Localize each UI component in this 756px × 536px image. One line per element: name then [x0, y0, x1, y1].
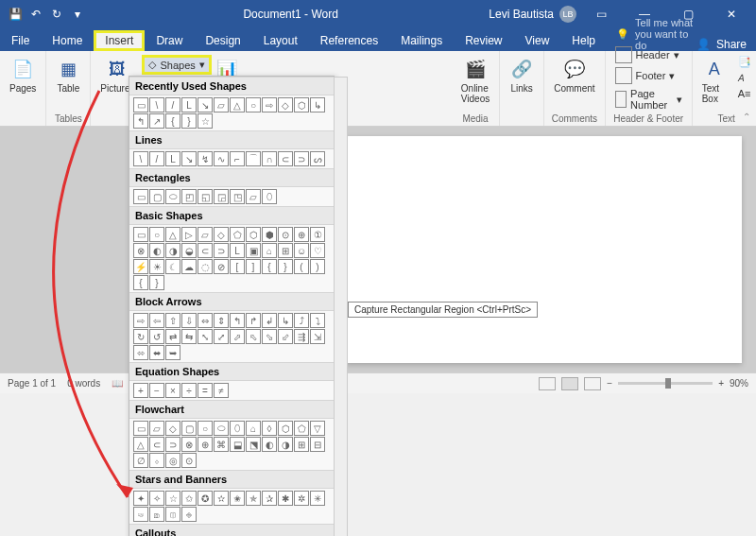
- shape-item[interactable]: ]: [246, 259, 261, 274]
- zoom-in-button[interactable]: +: [718, 378, 724, 389]
- shape-item[interactable]: ⬢: [262, 227, 277, 242]
- shape-item[interactable]: ▱: [214, 97, 229, 112]
- save-icon[interactable]: 💾: [6, 5, 25, 24]
- tab-review[interactable]: Review: [454, 30, 513, 51]
- shape-item[interactable]: /: [149, 151, 164, 166]
- shape-item[interactable]: ⬔: [246, 437, 261, 452]
- shape-item[interactable]: ⎃: [133, 507, 148, 522]
- shape-item[interactable]: ⊂: [198, 243, 213, 258]
- shape-item[interactable]: ▣: [246, 243, 261, 258]
- shape-item[interactable]: =: [198, 383, 213, 398]
- header-button[interactable]: Header ▾: [611, 45, 686, 64]
- shape-item[interactable]: ⊂: [149, 437, 164, 452]
- shape-item[interactable]: ◇: [165, 421, 180, 436]
- shape-item[interactable]: ▢: [149, 189, 164, 204]
- tab-home[interactable]: Home: [41, 30, 94, 51]
- shape-item[interactable]: L: [230, 243, 245, 258]
- tab-draw[interactable]: Draw: [145, 30, 194, 51]
- shape-item[interactable]: ↳: [278, 313, 293, 328]
- shape-item[interactable]: ✰: [262, 491, 277, 506]
- shape-item[interactable]: ≠: [214, 383, 229, 398]
- table-button[interactable]: ▦ Table: [52, 55, 84, 95]
- shape-item[interactable]: ↰: [133, 113, 148, 129]
- shape-item[interactable]: /: [165, 97, 180, 112]
- shape-item[interactable]: ⊃: [165, 437, 180, 452]
- shape-item[interactable]: ⇕: [214, 313, 229, 328]
- shape-item[interactable]: ▱: [246, 189, 261, 204]
- shape-item[interactable]: ↘: [181, 151, 197, 166]
- zoom-level[interactable]: 90%: [730, 378, 748, 389]
- shape-item[interactable]: ✬: [230, 491, 245, 506]
- shape-item[interactable]: ⬡: [246, 227, 261, 242]
- shape-item[interactable]: ⤢: [214, 329, 229, 344]
- qat-customize-icon[interactable]: ▾: [68, 5, 87, 24]
- shape-item[interactable]: ⌘: [214, 437, 229, 452]
- shape-item[interactable]: ☾: [165, 259, 180, 274]
- shape-item[interactable]: ᔕ: [310, 151, 325, 166]
- collapse-ribbon-icon[interactable]: ⌃: [743, 112, 750, 122]
- shape-item[interactable]: ▱: [149, 421, 164, 436]
- shape-item[interactable]: ✯: [246, 491, 261, 506]
- shape-item[interactable]: ▷: [181, 227, 197, 242]
- shape-item[interactable]: ⤡: [198, 329, 213, 344]
- shape-item[interactable]: ①: [310, 227, 325, 242]
- shape-item[interactable]: {: [262, 259, 277, 274]
- shape-item[interactable]: ⇲: [310, 329, 325, 344]
- shape-item[interactable]: ◊: [262, 421, 277, 436]
- shape-item[interactable]: ⬠: [294, 421, 309, 436]
- shape-item[interactable]: ⬯: [230, 421, 245, 436]
- shape-item[interactable]: ⤴: [294, 313, 309, 328]
- shape-item[interactable]: ×: [165, 383, 180, 398]
- shape-item[interactable]: ▢: [181, 421, 197, 436]
- shape-item[interactable]: ○: [198, 421, 213, 436]
- shape-item[interactable]: ⬀: [230, 329, 245, 344]
- spell-check-icon[interactable]: 📖: [112, 378, 123, 389]
- shape-item[interactable]: ▭: [133, 421, 148, 436]
- tab-design[interactable]: Design: [194, 30, 251, 51]
- shape-item[interactable]: ⊞: [278, 243, 293, 258]
- shape-item[interactable]: ⇔: [198, 313, 213, 328]
- dropdown-scrollbar[interactable]: [334, 77, 348, 536]
- shape-item[interactable]: ⊙: [278, 227, 293, 242]
- shape-item[interactable]: ↰: [230, 313, 245, 328]
- shape-item[interactable]: ➥: [165, 345, 180, 360]
- shape-item[interactable]: ✪: [198, 491, 213, 506]
- shape-item[interactable]: ⊞: [294, 437, 309, 452]
- shape-item[interactable]: ↳: [310, 97, 325, 112]
- print-layout-button[interactable]: [561, 377, 578, 390]
- tab-layout[interactable]: Layout: [252, 30, 309, 51]
- shape-item[interactable]: ⬓: [230, 437, 245, 452]
- shape-item[interactable]: ◑: [165, 243, 180, 258]
- word-count[interactable]: 0 words: [67, 378, 100, 389]
- page-number-button[interactable]: Page Number ▾: [611, 87, 686, 112]
- shape-item[interactable]: ◳: [230, 189, 245, 204]
- shape-item[interactable]: △: [230, 97, 245, 112]
- shape-item[interactable]: ⬨: [149, 453, 164, 468]
- shape-item[interactable]: ⬃: [278, 329, 293, 344]
- ribbon-display-icon[interactable]: ▭: [582, 0, 620, 28]
- redo-icon[interactable]: ↻: [47, 5, 66, 24]
- shape-item[interactable]: ⇩: [181, 313, 197, 328]
- shape-item[interactable]: ⚡: [133, 259, 148, 274]
- shape-item[interactable]: \: [133, 151, 148, 166]
- online-videos-button[interactable]: 🎬 Online Videos: [457, 55, 493, 106]
- shape-item[interactable]: \: [149, 97, 164, 112]
- shape-item[interactable]: −: [149, 383, 164, 398]
- shape-item[interactable]: ✦: [133, 491, 148, 506]
- shape-item[interactable]: (: [294, 259, 309, 274]
- page-indicator[interactable]: Page 1 of 1: [8, 378, 56, 389]
- shape-item[interactable]: ⎆: [181, 507, 197, 522]
- shape-item[interactable]: ◐: [262, 437, 277, 452]
- shape-item[interactable]: ⇶: [294, 329, 309, 344]
- shape-item[interactable]: ⇧: [165, 313, 180, 328]
- share-button[interactable]: 👤 Share: [696, 38, 756, 51]
- shape-item[interactable]: ⤵: [310, 313, 325, 328]
- shape-item[interactable]: L: [181, 97, 197, 112]
- shape-item[interactable]: ✲: [294, 491, 309, 506]
- links-button[interactable]: 🔗 Links: [506, 55, 538, 95]
- close-icon[interactable]: ✕: [713, 0, 750, 28]
- shape-item[interactable]: ↱: [246, 313, 261, 328]
- shape-item[interactable]: ◌: [198, 259, 213, 274]
- shape-item[interactable]: ⇦: [149, 313, 164, 328]
- tab-view[interactable]: View: [514, 30, 561, 51]
